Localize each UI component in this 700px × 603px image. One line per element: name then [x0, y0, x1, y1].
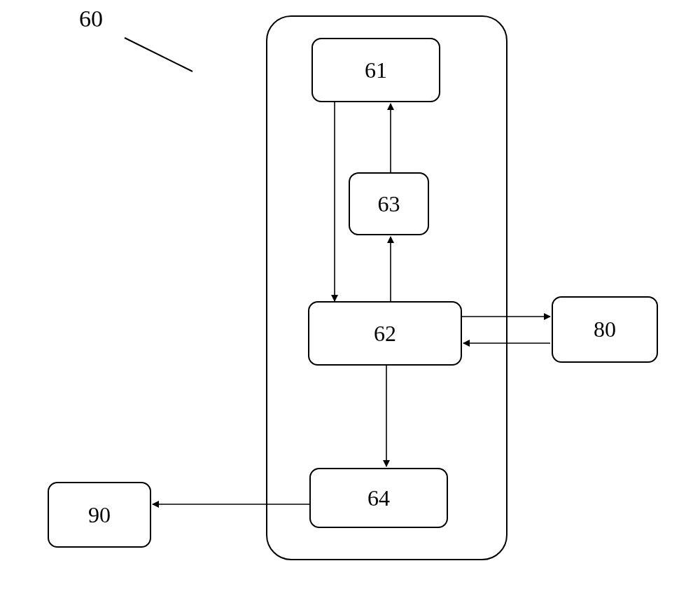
box-64: 64	[309, 468, 448, 528]
box-90-label: 90	[88, 502, 111, 528]
container-label: 60	[79, 6, 103, 32]
box-64-label: 64	[368, 485, 390, 511]
box-63-label: 63	[378, 191, 400, 217]
box-62-label: 62	[374, 321, 396, 347]
box-90: 90	[48, 482, 151, 548]
box-61-label: 61	[365, 57, 387, 83]
box-80-label: 80	[594, 317, 616, 342]
pointer-60	[125, 38, 192, 71]
box-62: 62	[308, 301, 462, 366]
box-61: 61	[312, 38, 440, 102]
box-63: 63	[349, 172, 429, 235]
box-80: 80	[552, 296, 658, 363]
